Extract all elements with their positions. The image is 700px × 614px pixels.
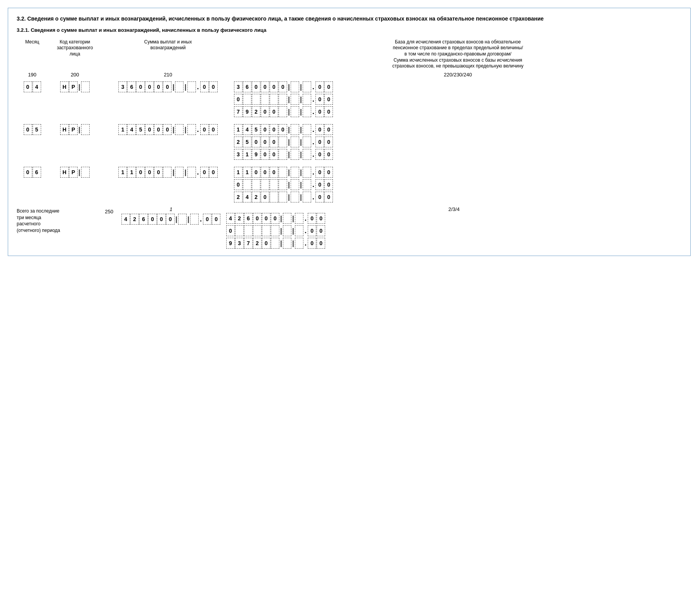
decimal-separator: . [304, 213, 307, 224]
field-box: Р [69, 81, 78, 92]
field-box: 0 [157, 214, 166, 225]
field-box: 0 [200, 167, 209, 178]
field-box: 0 [136, 167, 145, 178]
col-num-210: 210 [102, 72, 234, 78]
base-sub-row: 426000||.00 [226, 213, 325, 224]
month-col: 05 [17, 123, 48, 135]
field-box [303, 149, 311, 160]
pipe-separator: | [292, 213, 295, 224]
field-box [270, 94, 278, 105]
decimal-separator: . [304, 225, 307, 236]
sum-col: 360000||.00 [102, 81, 234, 92]
field-box [291, 149, 299, 160]
decimal-separator: . [312, 137, 315, 147]
field-box: 0 [261, 137, 269, 147]
field-box: 6 [244, 213, 253, 224]
field-box: Р [69, 124, 78, 135]
field-box: 0 [324, 167, 333, 178]
pipe-separator: | [300, 81, 302, 92]
field-box: 0 [154, 124, 163, 135]
field-group: 93720||.00 [226, 238, 325, 249]
pipe-separator: | [184, 81, 187, 92]
total-base-wrap: 2/3/4426000||.000||.0093720||.00 [226, 206, 682, 249]
field-box: 2 [253, 238, 262, 249]
field-box: 0 [24, 167, 32, 178]
field-box [279, 192, 287, 202]
field-box: 1 [118, 124, 127, 135]
cat-col: НР| [48, 81, 102, 92]
field-box [187, 167, 196, 178]
field-group: 11000||.00 [118, 167, 217, 178]
pipe-separator: | [300, 137, 302, 147]
field-box: 2 [234, 137, 243, 147]
field-box: 6 [127, 81, 136, 92]
data-rows: 04НР|360000||.00360000||.000||.0079200||… [17, 81, 682, 202]
field-group: 11000||.00 [234, 167, 333, 178]
field-group: 0||.00 [234, 179, 333, 190]
field-box [291, 137, 299, 147]
field-box: 1 [243, 149, 251, 160]
field-box: 0 [261, 124, 269, 135]
field-box: 0 [262, 238, 270, 249]
field-box: 0 [279, 81, 287, 92]
field-box: 0 [315, 124, 324, 135]
field-box [190, 214, 199, 225]
field-box: 0 [163, 81, 172, 92]
field-box [235, 225, 244, 236]
field-box [175, 167, 184, 178]
field-box: 0 [226, 225, 235, 236]
field-box: 0 [279, 124, 287, 135]
sub-title: 3.2.1. Сведения о сумме выплат и иных во… [17, 27, 682, 34]
above-label-1: 1 [170, 206, 172, 212]
field-box: 4 [127, 124, 136, 135]
base-col: 360000||.000||.0079200||.00 [234, 81, 682, 117]
field-group: 145000||.00 [234, 124, 333, 135]
field-box: 0 [136, 81, 145, 92]
field-box [261, 94, 269, 105]
total-sum-wrap: 1426000||.00 [116, 206, 226, 225]
month-col: 04 [17, 81, 48, 92]
base-sub-row: 0||.00 [234, 94, 333, 105]
header-row: Месяц Код категориизастрахованноголица С… [17, 39, 682, 69]
field-box: 0 [212, 214, 220, 225]
total-label: Всего за последниетри месяцарасчетного(о… [17, 206, 94, 234]
field-box: 0 [324, 94, 333, 105]
decimal-separator: . [196, 167, 200, 178]
field-box: 0 [209, 124, 218, 135]
field-box: 2 [252, 106, 260, 117]
field-box: 0 [200, 81, 209, 92]
cat-field-group: НР| [60, 167, 90, 178]
pipe-separator: | [172, 124, 175, 135]
field-box: 4 [243, 192, 251, 202]
field-box: 2 [235, 213, 244, 224]
field-box: 0 [166, 214, 175, 225]
field-box: 0 [315, 94, 324, 105]
field-box: Н [60, 124, 69, 135]
field-box: 0 [252, 137, 260, 147]
field-box [303, 179, 311, 190]
field-box: 9 [252, 149, 260, 160]
field-box: 0 [317, 213, 325, 224]
field-group: 360000||.00 [118, 81, 217, 92]
field-box [81, 124, 90, 135]
pipe-separator: | [288, 179, 290, 190]
field-box: 2 [234, 192, 243, 202]
field-box [291, 81, 299, 92]
field-box: 3 [234, 149, 243, 160]
pipe-separator: | [288, 149, 290, 160]
base-sub-row: 0||.00 [234, 179, 333, 190]
base-above-label: 2/3/4 [226, 206, 682, 212]
field-box: 0 [270, 167, 278, 178]
month-field-group: 05 [24, 124, 41, 135]
field-box: 0 [234, 179, 243, 190]
cat-field-group: НР| [60, 124, 90, 135]
field-box: 0 [270, 106, 278, 117]
field-box: 5 [243, 137, 251, 147]
month-field-group: 06 [24, 167, 41, 178]
field-box [253, 225, 262, 236]
pipe-separator: | [288, 81, 290, 92]
field-box: 1 [243, 167, 251, 178]
field-box [270, 192, 278, 202]
field-box: 5 [136, 124, 145, 135]
field-box: 4 [33, 81, 41, 92]
